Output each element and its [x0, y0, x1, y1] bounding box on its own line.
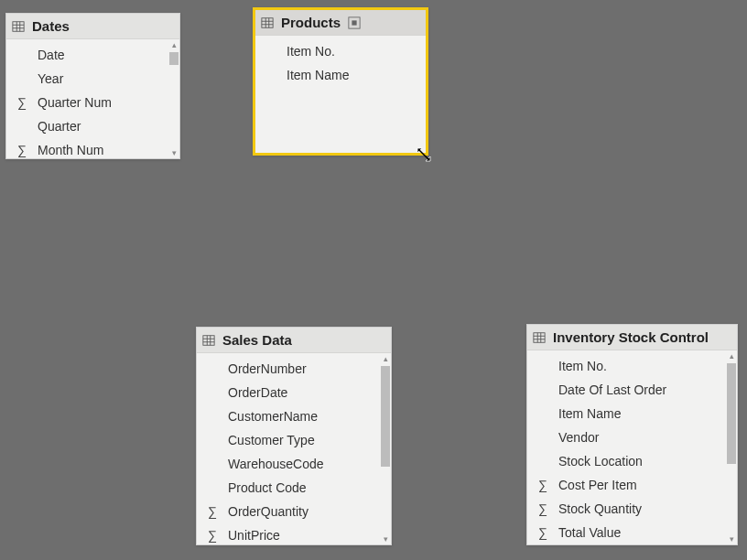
field-row[interactable]: ∑WarehouseCode [197, 452, 391, 476]
scroll-up-icon[interactable]: ▴ [168, 39, 179, 50]
field-name: Month Num [38, 143, 172, 157]
svg-rect-0 [13, 21, 24, 31]
sigma-icon: ∑ [208, 528, 228, 543]
svg-rect-5 [262, 17, 273, 27]
field-row[interactable]: ∑OrderDate [197, 381, 391, 404]
field-name: OrderNumber [228, 361, 384, 376]
field-row[interactable]: ∑Item No. [255, 39, 426, 63]
sigma-icon: ∑ [538, 478, 558, 492]
field-name: Vendor [558, 430, 730, 445]
sigma-icon: ∑ [538, 525, 558, 540]
table-body: ∑Item No. ∑Item Name [255, 36, 426, 153]
table-card-inventory[interactable]: Inventory Stock Control ∑Item No. ∑Date … [526, 324, 738, 545]
table-icon [202, 334, 215, 347]
field-name: Date Of Last Order [558, 382, 730, 397]
field-row[interactable]: ∑CustomerName [197, 404, 391, 428]
table-card-products[interactable]: Products ∑Item No. ∑Item Name [253, 7, 428, 156]
field-row[interactable]: ∑Item Name [527, 402, 737, 425]
field-row[interactable]: ∑Total Value [527, 521, 737, 544]
table-card-sales[interactable]: Sales Data ∑OrderNumber ∑OrderDate ∑Cust… [196, 327, 392, 545]
table-title: Dates [32, 18, 70, 34]
field-name: Item Name [287, 68, 418, 82]
field-row[interactable]: ∑Cost Per Item [527, 473, 737, 497]
table-header[interactable]: Products [255, 10, 426, 36]
table-body: ∑Item No. ∑Date Of Last Order ∑Item Name… [527, 350, 737, 544]
table-body: ∑Date ∑Year ∑Quarter Num ∑Quarter ∑Month… [6, 39, 179, 158]
field-name: OrderDate [228, 385, 384, 400]
table-icon [12, 20, 25, 33]
table-header[interactable]: Dates [6, 14, 179, 39]
scrollbar[interactable]: ▴ ▾ [168, 39, 179, 158]
field-row[interactable]: ∑OrderQuantity [197, 500, 391, 523]
field-row[interactable]: ∑UnitPrice [197, 523, 391, 544]
field-name: Stock Location [558, 454, 730, 468]
field-row[interactable]: ∑Customer Type [197, 428, 391, 452]
field-name: Item No. [287, 44, 418, 59]
field-name: Product Code [228, 480, 384, 495]
sigma-icon: ∑ [538, 501, 558, 516]
field-row[interactable]: ∑Product Code [197, 476, 391, 500]
field-row[interactable]: ∑Month Num [6, 138, 179, 158]
scroll-thumb[interactable] [381, 366, 390, 467]
field-name: Item No. [558, 359, 730, 373]
scroll-down-icon[interactable]: ▾ [168, 147, 179, 158]
sigma-icon: ∑ [17, 95, 38, 110]
table-body: ∑OrderNumber ∑OrderDate ∑CustomerName ∑C… [197, 353, 391, 544]
sigma-icon: ∑ [17, 143, 38, 157]
field-row[interactable]: ∑Year [6, 67, 179, 91]
table-header[interactable]: Inventory Stock Control [527, 325, 737, 350]
field-row[interactable]: ∑Quarter [6, 114, 179, 138]
sigma-icon: ∑ [208, 504, 228, 519]
field-name: Quarter Num [38, 95, 172, 110]
field-row[interactable]: ∑Item No. [527, 354, 737, 378]
field-list: ∑Item No. ∑Item Name [255, 36, 426, 91]
scroll-down-icon[interactable]: ▾ [380, 533, 391, 544]
table-header[interactable]: Sales Data [197, 328, 391, 353]
field-list: ∑OrderNumber ∑OrderDate ∑CustomerName ∑C… [197, 353, 391, 544]
scroll-up-icon[interactable]: ▴ [726, 350, 737, 361]
scroll-thumb[interactable] [169, 52, 179, 65]
field-row[interactable]: ∑OrderNumber [197, 357, 391, 381]
field-row[interactable]: ∑Item Name [255, 63, 426, 87]
scrollbar[interactable]: ▴ ▾ [380, 353, 391, 544]
detail-icon[interactable] [348, 16, 361, 29]
table-icon [533, 331, 546, 344]
field-name: Date [38, 48, 172, 62]
svg-rect-18 [534, 332, 545, 342]
scrollbar[interactable]: ▴ ▾ [726, 350, 737, 544]
scroll-thumb[interactable] [727, 363, 736, 464]
svg-rect-11 [352, 20, 356, 25]
field-name: Quarter [38, 119, 172, 134]
field-name: Total Value [558, 525, 730, 540]
scroll-up-icon[interactable]: ▴ [380, 353, 391, 364]
field-name: CustomerName [228, 409, 384, 424]
field-row[interactable]: ∑Stock Quantity [527, 497, 737, 521]
field-row[interactable]: ∑Date [6, 43, 179, 67]
field-name: Item Name [558, 406, 730, 421]
svg-rect-13 [203, 335, 214, 345]
field-row[interactable]: ∑Quarter Num [6, 91, 179, 114]
field-name: OrderQuantity [228, 504, 384, 519]
field-row[interactable]: ∑Vendor [527, 425, 737, 449]
field-name: WarehouseCode [228, 457, 384, 471]
field-name: UnitPrice [228, 528, 384, 543]
field-row[interactable]: ∑Date Of Last Order [527, 378, 737, 402]
field-row[interactable]: ∑Stock Location [527, 449, 737, 473]
field-name: Cost Per Item [558, 478, 730, 492]
field-name: Customer Type [228, 433, 384, 447]
table-title: Inventory Stock Control [553, 329, 709, 345]
field-list: ∑Item No. ∑Date Of Last Order ∑Item Name… [527, 350, 737, 544]
field-name: Stock Quantity [558, 501, 730, 516]
field-name: Year [38, 71, 172, 86]
table-title: Sales Data [222, 332, 292, 348]
field-list: ∑Date ∑Year ∑Quarter Num ∑Quarter ∑Month… [6, 39, 179, 158]
table-icon [261, 16, 274, 29]
table-card-dates[interactable]: Dates ∑Date ∑Year ∑Quarter Num ∑Quarter … [5, 13, 180, 159]
table-title: Products [281, 15, 341, 30]
scroll-down-icon[interactable]: ▾ [726, 533, 737, 544]
